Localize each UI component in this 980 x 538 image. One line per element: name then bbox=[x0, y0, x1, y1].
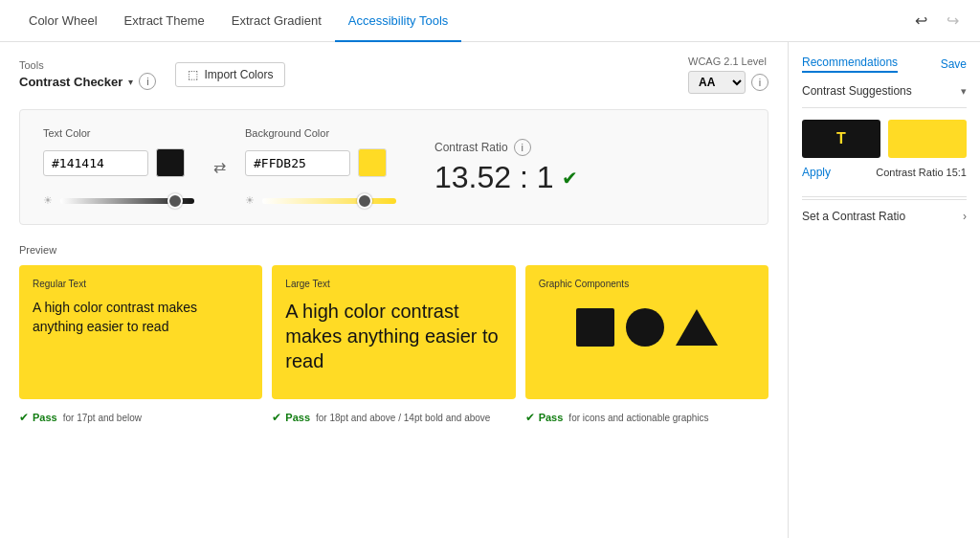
swap-colors-button[interactable]: ⇄ bbox=[194, 158, 245, 176]
preview-section: Preview Regular Text A high color contra… bbox=[19, 244, 768, 424]
tab-extract-theme[interactable]: Extract Theme bbox=[111, 1, 218, 42]
wcag-section: WCAG 2.1 Level AA AAA i bbox=[688, 56, 768, 94]
panel-tabs: Recommendations bbox=[802, 56, 898, 73]
preview-card-regular: Regular Text A high color contrast makes… bbox=[19, 265, 262, 399]
graphics-type-label: Graphic Components bbox=[539, 279, 755, 289]
tool-selector: Contrast Checker ▾ i bbox=[19, 73, 156, 90]
contrast-ratio-number: 13.52 : 1 bbox=[434, 160, 554, 195]
wcag-info-button[interactable]: i bbox=[751, 74, 768, 91]
bg-color-input[interactable] bbox=[245, 150, 350, 176]
pass-regular-label: Pass bbox=[33, 412, 57, 423]
wcag-selector: AA AAA i bbox=[688, 71, 768, 94]
pass-large: ✔ Pass for 18pt and above / 14pt bold an… bbox=[272, 411, 515, 424]
tool-info-button[interactable]: i bbox=[139, 73, 156, 90]
bg-color-swatch[interactable] bbox=[358, 148, 387, 177]
nav-tabs: Color Wheel Extract Theme Extract Gradie… bbox=[15, 0, 461, 41]
set-contrast-chevron-icon: › bbox=[963, 210, 967, 223]
contrast-pass-icon: ✔ bbox=[562, 167, 578, 190]
pass-graphics-label: Pass bbox=[539, 412, 564, 423]
bg-slider-row: ☀ bbox=[245, 194, 396, 207]
preview-cards: Regular Text A high color contrast makes… bbox=[19, 265, 768, 399]
tool-dropdown-button[interactable]: ▾ bbox=[128, 77, 133, 87]
shape-square bbox=[576, 308, 614, 347]
wcag-level-select[interactable]: AA AAA bbox=[688, 71, 746, 94]
pass-graphics-check: ✔ bbox=[525, 411, 535, 424]
save-button[interactable]: Save bbox=[941, 57, 967, 71]
contrast-ratio-text: Contrast Ratio bbox=[434, 141, 508, 154]
panel-divider bbox=[802, 196, 967, 197]
contrast-suggestions-label: Contrast Suggestions bbox=[802, 84, 912, 98]
undo-button[interactable]: ↩ bbox=[909, 8, 933, 34]
tool-name: Contrast Checker bbox=[19, 75, 122, 89]
tab-recommendations[interactable]: Recommendations bbox=[802, 56, 898, 73]
tools-label: Tools bbox=[19, 59, 156, 71]
bg-color-group: Background Color ☀ bbox=[245, 127, 396, 207]
pass-graphics: ✔ Pass for icons and actionable graphics bbox=[525, 411, 768, 424]
redo-button[interactable]: ↪ bbox=[941, 8, 965, 34]
bg-slider-container: ☀ bbox=[245, 194, 396, 207]
preview-label: Preview bbox=[19, 244, 768, 256]
pass-regular-detail: for 17pt and below bbox=[63, 413, 142, 423]
text-color-slider[interactable] bbox=[60, 198, 194, 204]
text-color-input[interactable] bbox=[43, 150, 148, 176]
text-color-input-row bbox=[43, 148, 194, 177]
text-color-label: Text Color bbox=[43, 127, 194, 139]
contrast-info-button[interactable]: i bbox=[514, 139, 531, 156]
bg-color-label: Background Color bbox=[245, 127, 396, 139]
bg-color-input-row bbox=[245, 148, 396, 177]
tools-section: Tools Contrast Checker ▾ i bbox=[19, 59, 156, 90]
top-nav: Color Wheel Extract Theme Extract Gradie… bbox=[0, 0, 980, 42]
apply-row: Apply Contrast Ratio 15:1 bbox=[802, 166, 967, 179]
preview-card-graphics: Graphic Components bbox=[525, 265, 768, 399]
regular-text-type-label: Regular Text bbox=[33, 279, 249, 289]
pass-graphics-detail: for icons and actionable graphics bbox=[568, 413, 708, 423]
panel-header: Recommendations Save bbox=[802, 56, 967, 73]
tab-accessibility-tools[interactable]: Accessibility Tools bbox=[335, 1, 462, 42]
contrast-ratio-label: Contrast Ratio i bbox=[434, 139, 578, 156]
main-layout: Tools Contrast Checker ▾ i ⬚ Import Colo… bbox=[0, 42, 980, 538]
contrast-suggestions-row: Contrast Suggestions ▾ bbox=[802, 84, 967, 108]
suggestion-preview: T bbox=[802, 120, 967, 158]
color-inputs-section: Text Color ☀ ⇄ Background Color bbox=[19, 109, 768, 225]
wcag-label: WCAG 2.1 Level bbox=[688, 56, 768, 67]
bg-color-slider[interactable] bbox=[262, 198, 396, 204]
shape-circle bbox=[626, 308, 664, 347]
nav-actions: ↩ ↪ bbox=[909, 8, 965, 34]
pass-large-label: Pass bbox=[285, 412, 310, 423]
tab-extract-gradient[interactable]: Extract Gradient bbox=[218, 1, 335, 42]
large-text-preview: A high color contrast makes anything eas… bbox=[285, 299, 501, 373]
import-colors-label: Import Colors bbox=[204, 68, 273, 81]
right-panel: Recommendations Save Contrast Suggestion… bbox=[789, 42, 980, 538]
set-contrast-row[interactable]: Set a Contrast Ratio › bbox=[802, 199, 967, 233]
suggestion-T-label: T bbox=[836, 130, 846, 147]
bg-brightness-low-icon: ☀ bbox=[245, 194, 255, 207]
regular-text-preview: A high color contrast makes anything eas… bbox=[33, 299, 249, 336]
text-brightness-low-icon: ☀ bbox=[43, 194, 53, 207]
import-icon: ⬚ bbox=[188, 68, 198, 81]
import-colors-button[interactable]: ⬚ Import Colors bbox=[175, 62, 285, 87]
graphic-shapes bbox=[539, 308, 755, 347]
tab-color-wheel[interactable]: Color Wheel bbox=[15, 1, 111, 42]
contrast-ratio-small: Contrast Ratio 15:1 bbox=[876, 167, 967, 178]
contrast-ratio-section: Contrast Ratio i 13.52 : 1 ✔ bbox=[434, 139, 578, 195]
text-color-group: Text Color ☀ bbox=[43, 127, 194, 207]
set-contrast-label: Set a Contrast Ratio bbox=[802, 210, 905, 223]
content-area: Tools Contrast Checker ▾ i ⬚ Import Colo… bbox=[0, 42, 789, 538]
pass-large-detail: for 18pt and above / 14pt bold and above bbox=[316, 413, 490, 423]
shape-triangle bbox=[676, 309, 718, 346]
large-text-type-label: Large Text bbox=[285, 279, 501, 289]
tools-row: Tools Contrast Checker ▾ i ⬚ Import Colo… bbox=[19, 56, 768, 94]
pass-large-check: ✔ bbox=[272, 411, 281, 424]
apply-button[interactable]: Apply bbox=[802, 166, 831, 179]
collapse-suggestions-button[interactable]: ▾ bbox=[961, 85, 967, 98]
preview-card-large: Large Text A high color contrast makes a… bbox=[272, 265, 515, 399]
contrast-ratio-value: 13.52 : 1 ✔ bbox=[434, 160, 578, 195]
pass-regular: ✔ Pass for 17pt and below bbox=[19, 411, 262, 424]
text-color-swatch[interactable] bbox=[156, 148, 185, 177]
suggestion-yellow-swatch bbox=[888, 120, 967, 158]
pass-regular-check: ✔ bbox=[19, 411, 29, 424]
text-slider-row: ☀ bbox=[43, 194, 194, 207]
suggestion-dark-swatch: T bbox=[802, 120, 880, 158]
text-slider-container: ☀ bbox=[43, 194, 194, 207]
